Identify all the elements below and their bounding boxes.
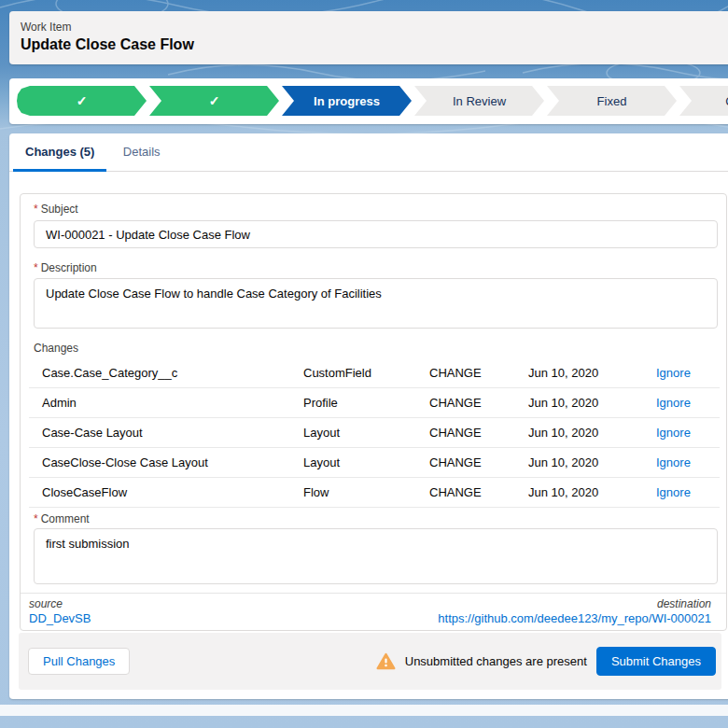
footer-right-group: Unsubmitted changes are present Submit C… — [376, 633, 716, 690]
change-name: CloseCaseFlow — [42, 485, 127, 499]
change-action: CHANGE — [429, 455, 482, 469]
source-label: source — [29, 597, 63, 610]
page-title: Update Close Case Flow — [21, 36, 194, 53]
destination-label: destination — [657, 597, 711, 610]
submit-changes-button[interactable]: Submit Changes — [596, 647, 716, 676]
path-stage-closed[interactable]: Closed — [679, 86, 728, 116]
warning-icon — [376, 652, 396, 670]
subject-input[interactable] — [34, 220, 718, 248]
description-textarea[interactable]: Update Close Case Flow to handle Case Ca… — [34, 278, 718, 329]
comment-label: *Comment — [34, 512, 90, 525]
table-row: Case-Case Layout Layout CHANGE Jun 10, 2… — [29, 418, 720, 448]
change-action: CHANGE — [429, 396, 482, 410]
change-type: Layout — [303, 455, 340, 469]
path-card: ✓ ✓ In progress In Review Fixed Closed — [9, 78, 728, 124]
divider — [21, 593, 726, 594]
tab-changes[interactable]: Changes (5) — [13, 133, 106, 172]
ignore-link[interactable]: Ignore — [656, 396, 691, 410]
changes-list-label: Changes — [34, 342, 78, 355]
required-marker: * — [34, 203, 38, 216]
path-stage-label: Fixed — [597, 94, 627, 108]
ignore-link[interactable]: Ignore — [656, 426, 691, 440]
record-type-label: Work Item — [21, 21, 71, 34]
path-stage-fixed[interactable]: Fixed — [547, 86, 677, 116]
change-type: Profile — [303, 396, 338, 410]
record-header-card: Work Item Update Close Case Flow — [9, 11, 728, 64]
destination-link[interactable]: https://github.com/deedee123/my_repo/WI-… — [438, 611, 711, 625]
path-stage-in-progress[interactable]: In progress — [282, 86, 412, 116]
comment-textarea[interactable]: first submission — [34, 528, 718, 584]
change-name: Admin — [42, 396, 77, 410]
ignore-link[interactable]: Ignore — [656, 485, 691, 499]
changes-form-panel: *Subject *Description Update Close Case … — [20, 193, 727, 631]
tab-details[interactable]: Details — [111, 133, 173, 172]
change-name: Case-Case Layout — [42, 426, 143, 440]
work-item-detail-card: Changes (5) Details *Subject *Descriptio… — [9, 133, 728, 699]
path-stage-complete-1[interactable]: ✓ — [17, 86, 147, 116]
required-marker: * — [34, 261, 38, 274]
action-footer: Pull Changes Unsubmitted changes are pre… — [19, 633, 721, 690]
path-stage-label: In progress — [314, 94, 380, 108]
change-name: Case.Case_Category__c — [42, 366, 177, 380]
change-action: CHANGE — [429, 485, 482, 499]
table-row: Admin Profile CHANGE Jun 10, 2020 Ignore — [29, 388, 720, 418]
ignore-link[interactable]: Ignore — [656, 366, 691, 380]
ignore-link[interactable]: Ignore — [656, 455, 691, 469]
unsubmitted-warning-text: Unsubmitted changes are present — [405, 654, 587, 668]
path-stage-label: In Review — [453, 94, 506, 108]
change-name: CaseClose-Close Case Layout — [42, 455, 208, 469]
table-row: Case.Case_Category__c CustomField CHANGE… — [29, 358, 720, 388]
source-link[interactable]: DD_DevSB — [29, 611, 91, 625]
app-screen: Work Item Update Close Case Flow ✓ ✓ In … — [0, 0, 728, 728]
change-type: Layout — [303, 426, 340, 440]
required-marker: * — [34, 512, 38, 525]
subject-label: *Subject — [34, 203, 78, 216]
change-type: Flow — [303, 485, 329, 499]
pull-changes-button[interactable]: Pull Changes — [28, 648, 130, 675]
change-date: Jun 10, 2020 — [528, 396, 598, 410]
tab-bar: Changes (5) Details — [9, 133, 728, 172]
changes-table: Case.Case_Category__c CustomField CHANGE… — [29, 358, 720, 508]
status-path: ✓ ✓ In progress In Review Fixed Closed — [17, 86, 728, 116]
change-date: Jun 10, 2020 — [528, 455, 598, 469]
change-action: CHANGE — [429, 426, 482, 440]
path-stage-complete-2[interactable]: ✓ — [149, 86, 279, 116]
change-date: Jun 10, 2020 — [528, 485, 598, 499]
next-card-edge — [0, 705, 728, 716]
change-type: CustomField — [303, 366, 371, 380]
change-action: CHANGE — [429, 366, 482, 380]
description-label: *Description — [34, 261, 97, 274]
change-date: Jun 10, 2020 — [528, 366, 598, 380]
path-stage-in-review[interactable]: In Review — [414, 86, 544, 116]
change-date: Jun 10, 2020 — [528, 426, 598, 440]
table-row: CaseClose-Close Case Layout Layout CHANG… — [29, 448, 720, 478]
table-row: CloseCaseFlow Flow CHANGE Jun 10, 2020 I… — [29, 478, 720, 508]
check-icon: ✓ — [77, 93, 88, 108]
check-icon: ✓ — [209, 93, 220, 108]
